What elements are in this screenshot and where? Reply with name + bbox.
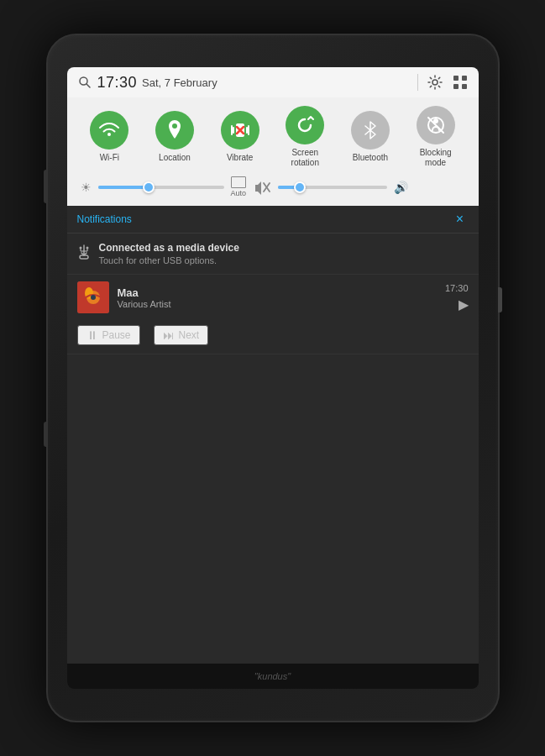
svg-point-2: [432, 80, 438, 85]
media-time-play: 17:30 ▶: [445, 283, 469, 312]
quick-settings-panel: Wi-Fi Location: [67, 97, 479, 206]
pause-label: Pause: [102, 329, 131, 341]
svg-line-14: [365, 130, 370, 134]
status-bar: 17:30 Sat, 7 February: [67, 67, 479, 97]
status-date: Sat, 7 February: [142, 76, 217, 89]
media-artist: Various Artist: [118, 299, 437, 309]
vibrate-icon: [221, 111, 259, 150]
volume-icon: 🔊: [394, 181, 408, 194]
brightness-slider[interactable]: [98, 186, 224, 189]
quick-tile-rotation[interactable]: Screen rotation: [286, 106, 324, 168]
notifications-header: Notifications ×: [67, 206, 479, 234]
usb-icon: [77, 244, 91, 260]
svg-line-1: [86, 84, 90, 87]
usb-notification[interactable]: Connected as a media device Touch for ot…: [67, 234, 479, 275]
pause-button[interactable]: ⏸ Pause: [77, 325, 140, 345]
bottom-bar: "kundus": [67, 664, 479, 689]
quick-tile-bluetooth[interactable]: Bluetooth: [351, 111, 390, 163]
svg-rect-4: [462, 76, 467, 81]
bluetooth-label: Bluetooth: [353, 153, 388, 163]
usb-subtitle: Touch for other USB options.: [99, 255, 469, 265]
svg-line-13: [365, 126, 370, 130]
rotation-label: Screen rotation: [291, 148, 319, 168]
media-notification: Maa Various Artist 17:30 ▶ ⏸ Pause ⏭: [67, 275, 479, 354]
brightness-low-icon: ☀: [81, 181, 92, 194]
svg-rect-20: [80, 255, 88, 259]
blocking-label: Blocking mode: [420, 148, 452, 168]
svg-point-7: [172, 123, 177, 129]
location-icon: [155, 111, 194, 150]
volume-up-button[interactable]: [44, 170, 48, 203]
svg-point-29: [91, 295, 96, 300]
album-art: [77, 281, 109, 313]
divider: [417, 74, 418, 91]
vibrate-label: Vibrate: [227, 153, 254, 163]
tablet-screen: 17:30 Sat, 7 February: [67, 67, 479, 689]
wifi-label: Wi-Fi: [100, 153, 119, 163]
quick-tile-vibrate[interactable]: Vibrate: [221, 111, 259, 163]
svg-rect-6: [462, 84, 467, 89]
quick-tile-wifi[interactable]: Wi-Fi: [90, 111, 128, 163]
sliders-row: ☀ Auto: [77, 176, 469, 197]
next-label: Next: [179, 329, 200, 341]
screen-rotation-icon: [286, 106, 324, 144]
wifi-icon: [90, 111, 128, 150]
media-info: Maa Various Artist: [118, 286, 437, 309]
screen-icon: [231, 176, 246, 188]
media-top: Maa Various Artist 17:30 ▶: [67, 275, 479, 320]
bluetooth-icon: [351, 111, 390, 150]
volume-slider[interactable]: [278, 186, 387, 189]
pause-icon: ⏸: [86, 328, 98, 342]
side-button[interactable]: [498, 287, 502, 312]
close-notifications-button[interactable]: ×: [452, 211, 469, 228]
settings-icon[interactable]: [427, 74, 443, 91]
notifications-title: Notifications: [77, 213, 132, 225]
quick-tile-blocking[interactable]: Blocking mode: [417, 106, 455, 168]
quick-tiles-row: Wi-Fi Location: [77, 106, 469, 168]
device-name: "kundus": [254, 671, 291, 681]
usb-title: Connected as a media device: [99, 242, 469, 254]
status-time: 17:30: [97, 74, 138, 92]
next-button[interactable]: ⏭ Next: [154, 325, 209, 345]
svg-rect-5: [453, 84, 459, 89]
play-icon[interactable]: ▶: [459, 297, 469, 312]
usb-notification-content: Connected as a media device Touch for ot…: [99, 242, 469, 265]
tablet-device: 17:30 Sat, 7 February: [46, 34, 500, 722]
search-icon[interactable]: [77, 75, 92, 90]
mute-icon-area: [253, 180, 271, 195]
next-icon: ⏭: [163, 328, 175, 342]
quick-tile-location[interactable]: Location: [155, 111, 194, 163]
notifications-panel: Notifications × Conn: [67, 206, 479, 689]
blocking-mode-icon: [417, 106, 455, 144]
power-button[interactable]: [44, 422, 48, 447]
svg-rect-3: [453, 76, 459, 81]
media-song: Maa: [118, 286, 437, 299]
auto-label: Auto: [231, 189, 247, 197]
grid-icon[interactable]: [452, 74, 469, 91]
location-label: Location: [159, 153, 191, 163]
media-time: 17:30: [445, 283, 469, 293]
media-controls: ⏸ Pause ⏭ Next: [67, 320, 479, 354]
